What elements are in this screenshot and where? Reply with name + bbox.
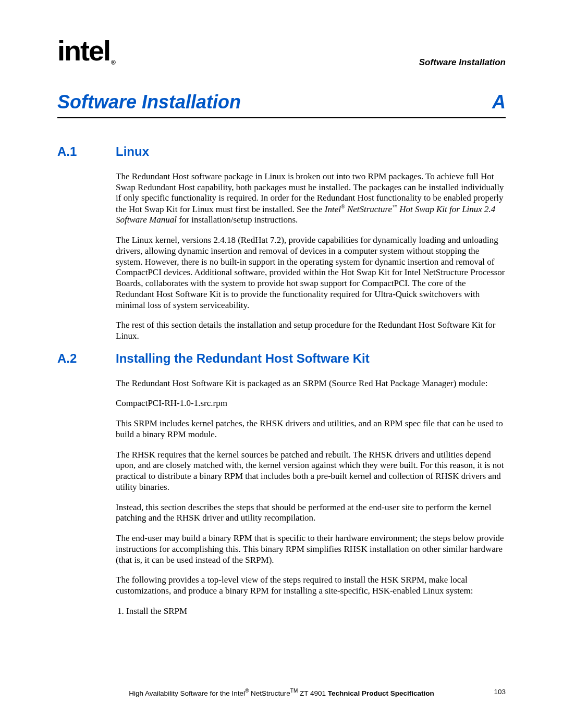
text-run: This SRPM includes kernel patches, the R… <box>116 418 503 439</box>
list-item: Install the SRPM <box>126 606 506 617</box>
text-run: ® <box>341 204 345 209</box>
header-section-label: Software Installation <box>419 57 506 68</box>
paragraph: The Linux kernel, versions 2.4.18 (RedHa… <box>116 235 506 311</box>
chapter-title: Software Installation <box>57 91 241 113</box>
section-title: Linux <box>116 144 149 159</box>
section-title: Installing the Redundant Host Software K… <box>116 351 370 366</box>
text-run: for installation/setup instructions. <box>177 215 298 225</box>
registered-symbol: ® <box>111 59 115 66</box>
section-number: A.2 <box>57 351 116 366</box>
paragraph: The following provides a top-level view … <box>116 575 506 596</box>
paragraph: The Redundant Host Software Kit is packa… <box>116 378 506 389</box>
text-run: Instead, this section describes the step… <box>116 502 491 523</box>
content: A.1LinuxThe Redundant Host software pack… <box>57 144 506 617</box>
logo-text: intel <box>57 35 110 66</box>
paragraph: The rest of this section details the ins… <box>116 320 506 341</box>
text-run: ™ <box>392 204 397 209</box>
intel-logo: intel® <box>57 36 114 68</box>
text-run: The rest of this section details the ins… <box>116 320 495 341</box>
section-body: The Redundant Host software package in L… <box>116 171 506 342</box>
paragraph: The end-user may build a binary RPM that… <box>116 533 506 565</box>
paragraph: CompactPCI-RH-1.0-1.src.rpm <box>116 398 506 409</box>
page-header: intel® Software Installation <box>57 36 506 68</box>
ordered-list: Install the SRPM <box>116 606 506 617</box>
paragraph: The RHSK requires that the kernel source… <box>116 450 506 493</box>
paragraph: The Redundant Host software package in L… <box>116 171 506 226</box>
text-run: The Linux kernel, versions 2.4.18 (RedHa… <box>116 235 505 310</box>
section-body: The Redundant Host Software Kit is packa… <box>116 378 506 617</box>
text-run: CompactPCI-RH-1.0-1.src.rpm <box>116 398 227 408</box>
paragraph: This SRPM includes kernel patches, the R… <box>116 418 506 440</box>
footer-title: High Availability Software for the Intel… <box>78 688 485 697</box>
section-number: A.1 <box>57 144 116 159</box>
appendix-letter: A <box>492 91 506 113</box>
text-run: The end-user may build a binary RPM that… <box>116 533 504 564</box>
text-run: The Redundant Host Software Kit is packa… <box>116 378 487 388</box>
page-number: 103 <box>485 688 506 697</box>
chapter-title-row: Software Installation A <box>57 91 506 118</box>
section-heading: A.1Linux <box>57 144 506 159</box>
paragraph: Instead, this section describes the step… <box>116 502 506 524</box>
text-run: The RHSK requires that the kernel source… <box>116 450 504 492</box>
page-footer: High Availability Software for the Intel… <box>57 688 506 697</box>
page: intel® Software Installation Software In… <box>0 0 563 728</box>
text-run: NetStructure <box>345 204 393 214</box>
text-run: The following provides a top-level view … <box>116 575 473 596</box>
text-run: Intel <box>325 204 341 214</box>
section-heading: A.2Installing the Redundant Host Softwar… <box>57 351 506 366</box>
